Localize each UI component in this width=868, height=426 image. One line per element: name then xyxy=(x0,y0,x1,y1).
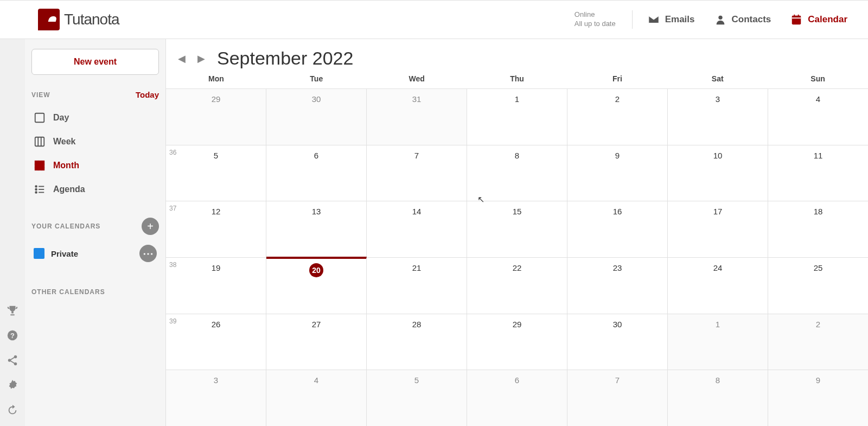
svg-point-0 xyxy=(718,16,722,20)
calendar-day-cell[interactable]: 10 xyxy=(668,145,768,201)
calendar-day-cell[interactable]: 22 xyxy=(467,258,567,314)
month-icon xyxy=(34,160,46,171)
calendar-day-cell[interactable]: 19 xyxy=(166,258,266,314)
calendar-day-cell[interactable]: 1 xyxy=(467,89,567,145)
calendar-day-cell[interactable]: 29 xyxy=(166,89,266,145)
svg-rect-16 xyxy=(35,161,39,164)
status-online: Online xyxy=(575,10,616,20)
weekday-label: Sat xyxy=(667,69,768,88)
weekday-header: MonTueWedThuFriSatSun xyxy=(166,69,868,88)
refresh-icon[interactable] xyxy=(7,404,18,416)
svg-rect-17 xyxy=(39,161,42,164)
calendar-day-cell[interactable]: 6 xyxy=(467,370,567,426)
calendar-day-cell[interactable]: 23 xyxy=(567,258,668,314)
share-icon[interactable] xyxy=(7,354,18,366)
calendar-day-cell[interactable]: 9 xyxy=(567,145,668,201)
calendar-day-cell[interactable]: 16 xyxy=(567,201,668,257)
calendar-row: 3819202122232425 xyxy=(166,257,868,314)
calendar-day-cell[interactable]: 13 xyxy=(266,201,367,257)
calendar-day-cell[interactable]: 7 xyxy=(367,145,467,201)
calendar-item-private[interactable]: Private ⋯ xyxy=(31,240,159,266)
view-week[interactable]: Week xyxy=(31,130,159,154)
svg-point-27 xyxy=(35,189,37,190)
calendar-day-cell[interactable]: 17 xyxy=(668,201,768,257)
calendar-day-cell[interactable]: 30 xyxy=(266,89,367,145)
calendar-day-cell[interactable]: 4 xyxy=(266,370,367,426)
calendar-day-cell[interactable]: 3 xyxy=(668,89,768,145)
nav-calendar[interactable]: Calendar xyxy=(781,14,857,26)
calendar-day-cell[interactable]: 4 xyxy=(768,89,868,145)
calendar-day-cell[interactable]: 15 xyxy=(467,201,567,257)
weekday-label: Tue xyxy=(266,69,367,88)
svg-rect-13 xyxy=(35,137,44,147)
svg-point-25 xyxy=(35,186,37,187)
calendar-day-cell[interactable]: 1 xyxy=(668,314,768,370)
calendar-day-cell[interactable]: 8 xyxy=(668,370,768,426)
calendar-day-cell[interactable]: 12 xyxy=(166,201,266,257)
view-day-label: Day xyxy=(53,113,69,123)
svg-rect-12 xyxy=(35,113,44,123)
calendar-day-cell[interactable]: 30 xyxy=(567,314,668,370)
nav-emails-label: Emails xyxy=(665,14,695,25)
calendar-day-cell[interactable]: 18 xyxy=(768,201,868,257)
calendar-day-cell[interactable]: 7 xyxy=(567,370,668,426)
nav-contacts[interactable]: Contacts xyxy=(705,14,781,26)
left-rail: ? xyxy=(0,39,25,426)
view-week-label: Week xyxy=(53,137,76,147)
calendar-day-cell[interactable]: 20 xyxy=(266,257,367,314)
calendar-day-cell[interactable]: 25 xyxy=(768,258,868,314)
calendar-day-cell[interactable]: 2 xyxy=(567,89,668,145)
calendar-day-cell[interactable]: 27 xyxy=(266,314,367,370)
new-event-button[interactable]: New event xyxy=(31,49,159,75)
calendar-day-cell[interactable]: 5 xyxy=(367,370,467,426)
svg-rect-24 xyxy=(42,168,44,170)
calendar-day-cell[interactable]: 9 xyxy=(768,370,868,426)
calendar-day-cell[interactable]: 5 xyxy=(166,145,266,201)
logo[interactable]: Tutanota xyxy=(38,9,119,30)
calendar-name: Private xyxy=(51,249,78,258)
settings-icon[interactable] xyxy=(7,379,18,391)
separator xyxy=(632,10,633,29)
view-section-label: VIEW xyxy=(31,91,50,99)
help-icon[interactable]: ? xyxy=(7,329,18,341)
view-agenda-label: Agenda xyxy=(53,185,85,194)
weekday-label: Sun xyxy=(768,69,868,88)
svg-point-29 xyxy=(35,192,37,193)
calendar-day-cell[interactable]: 8 xyxy=(467,145,567,201)
nav-contacts-label: Contacts xyxy=(732,14,771,25)
trophy-icon[interactable] xyxy=(7,304,18,316)
prev-month-button[interactable]: ◀ xyxy=(175,52,189,66)
today-button[interactable]: Today xyxy=(136,90,159,99)
calendar-color-swatch xyxy=(34,248,44,259)
calendar-day-cell[interactable]: 21 xyxy=(367,258,467,314)
logo-icon xyxy=(38,9,60,30)
svg-text:?: ? xyxy=(10,332,15,340)
next-month-button[interactable]: ▶ xyxy=(194,52,208,66)
view-day[interactable]: Day xyxy=(31,106,159,130)
logo-text: Tutanota xyxy=(64,11,119,28)
view-agenda[interactable]: Agenda xyxy=(31,177,159,201)
calendar-day-cell[interactable]: 26 xyxy=(166,314,266,370)
calendar-row: 352930311234 xyxy=(166,88,868,145)
nav-emails[interactable]: Emails xyxy=(638,14,705,26)
calendar-row: 36567891011 xyxy=(166,145,868,201)
calendar-row: 3712131415161718 xyxy=(166,201,868,257)
calendar-day-cell[interactable]: 3 xyxy=(166,370,266,426)
calendar-main: ◀ ▶ September 2022 MonTueWedThuFriSatSun… xyxy=(166,39,868,426)
weekday-label: Wed xyxy=(367,69,467,88)
your-calendars-label: YOUR CALENDARS xyxy=(31,222,100,230)
today-marker: 20 xyxy=(309,263,323,277)
view-month[interactable]: Month xyxy=(31,154,159,177)
calendar-day-cell[interactable]: 6 xyxy=(266,145,367,201)
calendar-day-cell[interactable]: 31 xyxy=(367,89,467,145)
calendar-day-cell[interactable]: 24 xyxy=(668,258,768,314)
calendar-day-cell[interactable]: 2 xyxy=(768,314,868,370)
envelope-icon xyxy=(648,14,660,26)
calendar-day-cell[interactable]: 14 xyxy=(367,201,467,257)
add-calendar-button[interactable]: + xyxy=(142,218,159,235)
weekday-label: Mon xyxy=(166,69,266,88)
calendar-day-cell[interactable]: 11 xyxy=(768,145,868,201)
calendar-more-button[interactable]: ⋯ xyxy=(139,245,157,262)
calendar-day-cell[interactable]: 28 xyxy=(367,314,467,370)
calendar-day-cell[interactable]: 29 xyxy=(467,314,567,370)
